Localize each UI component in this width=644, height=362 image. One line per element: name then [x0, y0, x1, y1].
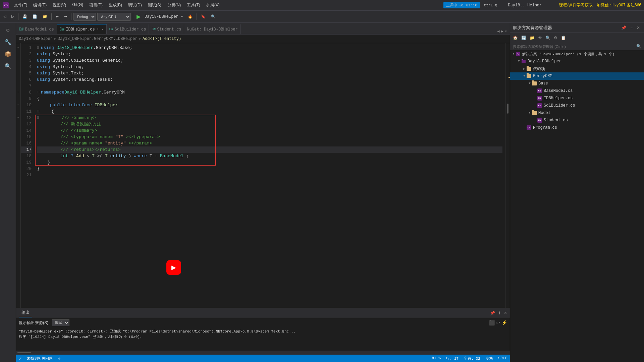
- menu-analyze[interactable]: 分析(N): [165, 2, 184, 9]
- toolbar: ◁ ▷ 💾 📄 📁 ↩ ↪ Debug Any CPU ▶ Day18-DBHe…: [0, 11, 644, 23]
- redo-btn[interactable]: ↪: [62, 14, 69, 19]
- output-scrollbar[interactable]: [16, 351, 510, 355]
- menu-project[interactable]: 项目(P): [87, 2, 105, 9]
- tab-basemodel[interactable]: C# BaseModel.cs: [16, 24, 57, 34]
- se-node-gerryorm[interactable]: ▼ GerryORM: [510, 72, 644, 80]
- se-refresh-btn[interactable]: 🔄: [520, 35, 528, 41]
- se-props-btn[interactable]: ⚙: [552, 35, 559, 41]
- se-student-label: Student.cs: [544, 118, 568, 123]
- editor-main: − − − − 1 2 3 4 5 6 7: [16, 43, 510, 308]
- menu-git[interactable]: Git(G): [69, 2, 86, 9]
- output-wrap-btn[interactable]: ↩: [496, 320, 500, 325]
- scroll-indicator[interactable]: [505, 43, 510, 308]
- output-clear-btn[interactable]: ⬛: [489, 320, 495, 325]
- menu-view[interactable]: 视图(V): [50, 2, 69, 9]
- run-btn[interactable]: ▶: [135, 13, 142, 20]
- menu-test[interactable]: 测试(S): [145, 2, 164, 9]
- status-filter[interactable]: ⚙: [58, 356, 60, 361]
- program-cs-icon: C#: [526, 125, 532, 130]
- se-float-btn[interactable]: −: [629, 25, 634, 31]
- menu-build[interactable]: 生成(B): [106, 2, 125, 9]
- se-node-student[interactable]: C# Student.cs: [510, 117, 644, 124]
- hot-reload-btn[interactable]: 🔥: [186, 14, 195, 19]
- tab-modified-dot: •: [97, 27, 99, 31]
- se-node-idbhelper[interactable]: C# IDBHelper.cs: [510, 95, 644, 102]
- tab-nuget[interactable]: NuGet: Day18-DBHelper: [184, 24, 240, 34]
- back-btn[interactable]: ◁: [1, 14, 8, 19]
- main-container: ⚙ 🔧 📦 🔍 C# BaseModel.cs C# IDBHelper.cs …: [0, 23, 644, 362]
- code-line-4: using System.Linq;: [37, 64, 502, 70]
- se-node-solution[interactable]: ▼ S 解决方案 'Day18-DBHelper' (1 个项目，共 1 个): [510, 50, 644, 58]
- menu-extensions[interactable]: 扩展(X): [204, 2, 222, 9]
- output-pin-btn[interactable]: 📌: [490, 311, 495, 315]
- tab-scroll-left[interactable]: ◀: [497, 29, 499, 34]
- tab-student-name: Student.cs: [157, 27, 181, 32]
- search-btn[interactable]: 🔍: [209, 14, 218, 19]
- se-show-all-btn[interactable]: 👁: [537, 35, 543, 41]
- se-filter-btn[interactable]: 🔍: [544, 35, 552, 41]
- editor-area: C# BaseModel.cs C# IDBHelper.cs • ✕ C# S…: [16, 23, 510, 362]
- sqlbuilder-cs-icon: C#: [537, 103, 542, 108]
- output-header: 显示输出来源(S): 调试 ⬛ ↩ ⚡: [16, 318, 510, 327]
- student-cs-icon: C#: [537, 118, 542, 123]
- output-scrollbar-thumb: [17, 352, 31, 353]
- output-tab-output[interactable]: 输出: [19, 308, 32, 317]
- platform-dropdown[interactable]: Any CPU: [97, 13, 131, 21]
- output-filter-btn[interactable]: ⚡: [501, 320, 507, 325]
- se-pin-btn[interactable]: 📌: [620, 25, 628, 31]
- tab-sqlbuilder[interactable]: C# SqlBuilder.cs: [107, 24, 149, 34]
- code-line-18: int ? Add < T >( T entity ) where T : Ba…: [37, 153, 502, 159]
- se-close-btn[interactable]: ✕: [635, 25, 641, 31]
- collapse-icon-1: ⊟: [37, 45, 40, 51]
- menu-file[interactable]: 文件(F): [11, 2, 30, 9]
- se-collapse-btn[interactable]: 📁: [528, 35, 536, 41]
- se-node-base[interactable]: ▼ Base: [510, 80, 644, 87]
- tab-dropdown[interactable]: ▾: [505, 29, 507, 34]
- tab-idbhelper[interactable]: C# IDBHelper.cs • ✕: [57, 24, 107, 34]
- output-float-btn[interactable]: ⬆: [498, 311, 501, 315]
- se-node-sqlbuilder[interactable]: C# SqlBuilder.cs: [510, 102, 644, 109]
- se-deps-label: 依赖项: [533, 66, 545, 72]
- sidebar-icon-2[interactable]: 🔧: [3, 38, 13, 47]
- se-node-basemodel[interactable]: C# BaseModel.cs: [510, 87, 644, 95]
- status-zoom: 81 %: [432, 356, 440, 361]
- se-node-deps[interactable]: ▶ 依赖项: [510, 65, 644, 72]
- code-line-20: }: [37, 166, 502, 172]
- tabs-filler: [241, 34, 495, 34]
- collapse-1[interactable]: −: [16, 45, 20, 51]
- youtube-icon[interactable]: ▶: [166, 260, 181, 275]
- sidebar-icon-3[interactable]: 📦: [3, 50, 13, 59]
- bookmark-btn[interactable]: 🔖: [199, 14, 208, 19]
- save-btn[interactable]: 💾: [20, 14, 29, 19]
- se-node-program[interactable]: C# Program.cs: [510, 124, 644, 131]
- output-line-2: 程序 "[19224] Day18-DBHelper.exe" 已退出，返回值为…: [19, 334, 507, 340]
- se-preview-btn[interactable]: 📋: [559, 35, 567, 41]
- tab-student[interactable]: C# Student.cs: [149, 24, 184, 34]
- tab-scroll-right[interactable]: ▶: [501, 29, 503, 34]
- sidebar-icon-4[interactable]: 🔍: [3, 62, 13, 71]
- open-btn[interactable]: 📁: [41, 14, 49, 19]
- menu-tools[interactable]: 工具(T): [184, 2, 203, 9]
- output-source-select[interactable]: 调试: [52, 319, 69, 326]
- se-base-label: Base: [538, 81, 548, 86]
- se-idbhelper-label: IDBHelper.cs: [544, 96, 573, 101]
- code-line-3: using System.Collections.Generic;: [37, 57, 502, 64]
- sidebar-icon-1[interactable]: ⚙: [5, 25, 11, 35]
- breadcrumb: Day18-DBHelper ▶ Day18_DBHelper.GerryORM…: [16, 35, 510, 43]
- se-node-project[interactable]: ▼ Day18-DBHelper: [510, 58, 644, 65]
- config-dropdown[interactable]: Debug: [73, 13, 96, 21]
- se-sync-btn[interactable]: 🏠: [512, 35, 519, 41]
- code-content[interactable]: ⊟ using Day18_DBHelper .GerryORM.Base; u…: [34, 43, 505, 308]
- status-bar-right: 81 % 行: 17 字符: 32 空格 CRLF: [432, 356, 507, 361]
- title-bar-right: 上课中 01:01:10 Ctrl+Q Day18...Helper 课程/课件…: [443, 2, 641, 8]
- se-search-input[interactable]: [513, 45, 636, 49]
- menu-edit[interactable]: 编辑(E): [31, 2, 49, 9]
- code-line-1: ⊟ using Day18_DBHelper .GerryORM.Base;: [37, 45, 502, 51]
- se-node-model[interactable]: ▼ Model: [510, 109, 644, 117]
- forward-btn[interactable]: ▷: [9, 14, 16, 19]
- new-btn[interactable]: 📄: [31, 14, 39, 19]
- undo-btn[interactable]: ↩: [54, 14, 61, 19]
- output-close-btn[interactable]: ✕: [504, 311, 507, 315]
- menu-debug[interactable]: 调试(D): [125, 2, 145, 9]
- tab-close-btn[interactable]: ✕: [102, 27, 104, 32]
